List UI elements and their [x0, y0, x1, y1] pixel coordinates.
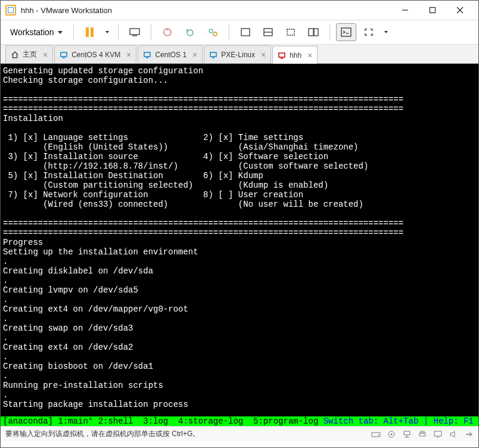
- tab-label: CentOS 4 KVM: [71, 51, 120, 59]
- device-icons: [371, 430, 474, 438]
- svg-rect-16: [341, 28, 351, 36]
- cd-icon[interactable]: [387, 430, 396, 438]
- progress-line: Creating swap on /dev/sda3: [3, 323, 133, 333]
- console-hr: ========================================…: [3, 104, 403, 114]
- close-icon[interactable]: ×: [192, 50, 197, 60]
- svg-rect-22: [210, 52, 216, 57]
- send-keys-button[interactable]: [125, 23, 145, 41]
- install-item: 3) [x] Installation source 4) [x] Softwa…: [3, 152, 328, 161]
- progress-line: Running pre-installation scripts: [3, 381, 163, 390]
- close-icon[interactable]: ×: [126, 50, 131, 60]
- svg-rect-13: [287, 29, 294, 35]
- svg-rect-34: [421, 431, 424, 433]
- svg-rect-15: [314, 29, 318, 36]
- install-item-detail: (Wired (ens33) connected) (No user will …: [3, 200, 363, 209]
- fullscreen-button[interactable]: [359, 23, 379, 41]
- install-item: 1) [x] Language settings 2) [x] Time set…: [3, 133, 303, 142]
- progress-line: Creating disklabel on /dev/sda: [3, 266, 153, 276]
- svg-rect-20: [144, 52, 150, 57]
- snapshot-manager-button[interactable]: [203, 23, 223, 41]
- svg-rect-24: [279, 53, 285, 57]
- tab-vm-active[interactable]: hhh ×: [272, 46, 318, 64]
- workstation-menu[interactable]: Workstation: [5, 25, 67, 39]
- tab-vm-2[interactable]: CentOS 1 ×: [138, 45, 203, 63]
- tab-home[interactable]: 主页 ×: [5, 45, 53, 63]
- install-item: 5) [x] Installation Destination 6) [x] K…: [3, 171, 263, 181]
- svg-point-29: [391, 433, 393, 435]
- svg-point-8: [209, 29, 213, 33]
- install-item-detail: (English (United States)) (Asia/Shanghai…: [3, 142, 359, 152]
- toolbar-separator: [229, 24, 229, 40]
- close-icon[interactable]: ×: [43, 50, 48, 60]
- tab-vm-1[interactable]: CentOS 4 KVM ×: [54, 45, 136, 63]
- display-icon[interactable]: [433, 430, 443, 438]
- tab-label: CentOS 1: [155, 51, 186, 59]
- sound-icon[interactable]: [449, 430, 458, 438]
- vm-tabs: 主页 × CentOS 4 KVM × CentOS 1 × PXE-Linux…: [1, 45, 478, 64]
- vm-icon: [278, 51, 286, 60]
- console-line: Checking storage configuration...: [3, 76, 168, 85]
- svg-rect-4: [130, 29, 139, 35]
- progress-line: Creating ext4 on /dev/mapper/vg0-root: [3, 304, 188, 314]
- svg-rect-30: [404, 431, 410, 435]
- progress-line: Creating biosboot on /dev/sda1: [3, 362, 153, 371]
- status-left: [anaconda] 1:main* 2:shell 3:log 4:stora…: [3, 416, 318, 426]
- disk-icon[interactable]: [371, 430, 381, 438]
- close-icon[interactable]: ×: [307, 51, 312, 60]
- view-grid-button[interactable]: [281, 23, 301, 41]
- minimize-button[interactable]: [391, 1, 419, 20]
- home-icon: [11, 51, 19, 59]
- app-icon: [5, 5, 16, 15]
- network-icon[interactable]: [402, 430, 412, 438]
- tab-label: PXE-Linux: [221, 51, 255, 59]
- progress-line: Creating lvmpv on /dev/sda5: [3, 285, 138, 295]
- progress-title: Progress: [3, 238, 43, 247]
- console-hr: ========================================…: [3, 95, 403, 104]
- svg-rect-18: [61, 52, 67, 57]
- vm-icon: [209, 51, 217, 59]
- status-help: Switch tab: Alt+Tab | Help: F1: [318, 416, 478, 426]
- vmware-statusbar: 要将输入定向到该虚拟机，请在虚拟机内部单击或按 Ctrl+G。: [1, 426, 478, 441]
- progress-line: Creating ext4 on /dev/sda2: [3, 343, 133, 352]
- window-titlebar: hhh - VMware Workstation: [1, 1, 478, 20]
- view-split-button[interactable]: [258, 23, 278, 41]
- vm-icon: [60, 51, 68, 59]
- view-single-button[interactable]: [235, 23, 256, 41]
- section-title: Installation: [3, 114, 63, 123]
- fullscreen-dropdown[interactable]: [381, 23, 391, 41]
- toolbar-separator: [329, 24, 330, 40]
- svg-rect-1: [430, 8, 436, 13]
- printer-icon[interactable]: [418, 430, 427, 438]
- svg-rect-26: [372, 433, 380, 437]
- vm-icon: [143, 51, 151, 59]
- toolbar-separator: [73, 24, 74, 40]
- pause-button[interactable]: [80, 23, 100, 41]
- console-view-button[interactable]: [336, 23, 356, 41]
- tab-label: 主页: [23, 49, 37, 60]
- svg-point-27: [378, 434, 379, 435]
- svg-rect-14: [309, 29, 313, 36]
- install-item-detail: (http://192.168.8.78/inst/) (Custom soft…: [3, 161, 368, 171]
- install-item: 7) [x] Network configuration 8) [ ] User…: [3, 190, 303, 200]
- view-tile-button[interactable]: [303, 23, 324, 41]
- tab-vm-3[interactable]: PXE-Linux ×: [204, 45, 271, 63]
- console-hr: ========================================…: [3, 219, 403, 228]
- window-title: hhh - VMware Workstation: [21, 6, 391, 15]
- vm-console[interactable]: Generating updated storage configuration…: [1, 64, 478, 416]
- svg-rect-33: [419, 433, 425, 436]
- console-line: Generating updated storage configuration: [3, 66, 203, 76]
- snapshot-button[interactable]: [157, 23, 178, 41]
- svg-rect-35: [434, 431, 441, 436]
- tab-label: hhh: [290, 51, 301, 60]
- close-button[interactable]: [446, 1, 474, 20]
- input-hint: 要将输入定向到该虚拟机，请在虚拟机内部单击或按 Ctrl+G。: [5, 429, 200, 439]
- maximize-button[interactable]: [419, 1, 446, 20]
- revert-snapshot-button[interactable]: [180, 23, 200, 41]
- svg-point-9: [213, 32, 217, 36]
- pause-dropdown[interactable]: [102, 23, 112, 41]
- close-icon[interactable]: ×: [261, 50, 266, 60]
- svg-rect-10: [241, 29, 250, 36]
- install-item-detail: (Custom partitioning selected) (Kdump is…: [3, 181, 328, 190]
- more-icon[interactable]: [464, 430, 474, 438]
- main-toolbar: Workstation: [1, 20, 478, 45]
